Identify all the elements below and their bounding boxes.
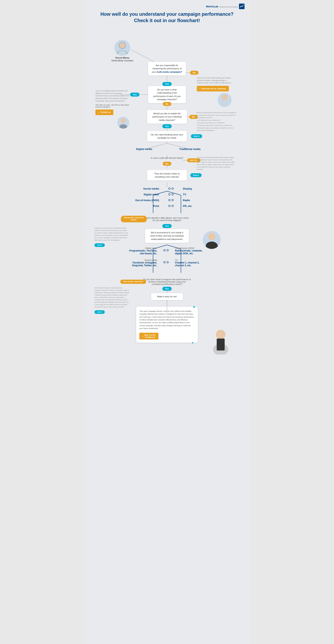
q7-text: That’s already a little clearer and more… [144,217,190,222]
consultant-avatar: Vincent Blaney Global Media Consultant [111,40,133,62]
discover-solutions-button[interactable]: › Discover all our solutions [197,86,229,92]
svg-point-42 [222,94,227,100]
metrixlab-logo-icon [239,4,245,9]
svg-point-46 [208,233,215,240]
svg-point-45 [119,124,127,129]
q8-box: We’d recommend it! Let’s break it down f… [145,229,189,243]
svg-point-44 [121,118,126,123]
q1-box: Are you responsible for measuring the pe… [148,62,186,76]
yes-badge-q7: Yes [163,224,172,228]
q11-box: Then give Campaign Monitor a try! Our fa… [136,306,198,342]
yes-badge-q1: Yes [163,82,172,86]
q10-box: Make it easy for me! [151,293,183,300]
svg-point-43 [220,102,229,107]
digital-media-label: Digital media [136,147,152,151]
why-that-badge: Why would I need that? [120,280,146,284]
svg-rect-50 [217,338,225,350]
side-info-no-q3: Without measuring the performance of you… [196,112,236,132]
got-it-q6[interactable]: Got it [190,173,202,177]
q9-text: Do you then want to measure the performa… [143,278,191,285]
q3-box: Would you like to isolate the performanc… [147,110,187,124]
traditional-media-label: Traditional media [179,147,201,151]
consultant-avatar-q8 [203,231,221,249]
yes-badge-q9: Yes [163,287,172,291]
side-info-no-q1: If you’re more into brand tracking, ad c… [197,77,232,107]
consultant-avatar-final [211,328,231,352]
side-info-why-q7: Isolating the performance of individual … [94,227,129,247]
why-detail-badge: Why would I need more detail? [121,216,147,222]
q5-box: Is such a split still relevant today? [147,157,187,159]
side-info-why-q9: The media landscape is becoming more com… [94,287,129,314]
no-badge-q1: No [190,71,199,75]
logo-area: MetrixLab a Macromill Group company [206,4,245,9]
svg-point-40 [120,42,125,48]
svg-point-48 [216,330,225,339]
logo-text: MetrixLab a Macromill Group company [206,4,238,8]
q2-box: Do you have a clear understanding of the… [148,86,186,103]
no-badge-q5: No [163,162,171,166]
no-badge-q2: No [163,102,171,106]
yes-badge-q3: Yes [163,124,172,128]
give-it-try-button[interactable]: › Give it a try: Contact us [139,332,159,339]
got-it-q4[interactable]: Got it [191,134,202,138]
yes-badge-q2: Yes [130,92,140,96]
side-info-yes-q2: So you can already measure the effect an… [95,90,129,129]
q4-box: Ok, let’s start breaking down your campa… [147,131,187,142]
q6-box: Then let’s break it down to something mo… [147,170,187,180]
side-info-isntit-q5: Consumers today hardly differentiate bet… [197,156,236,171]
platforms-list: Digital video Programmatic, YouTube, sit… [117,247,215,267]
contact-us-button-q2[interactable]: › Contact us [95,110,113,115]
media-list: Social media Display Digital video TV Ou… [131,187,203,208]
